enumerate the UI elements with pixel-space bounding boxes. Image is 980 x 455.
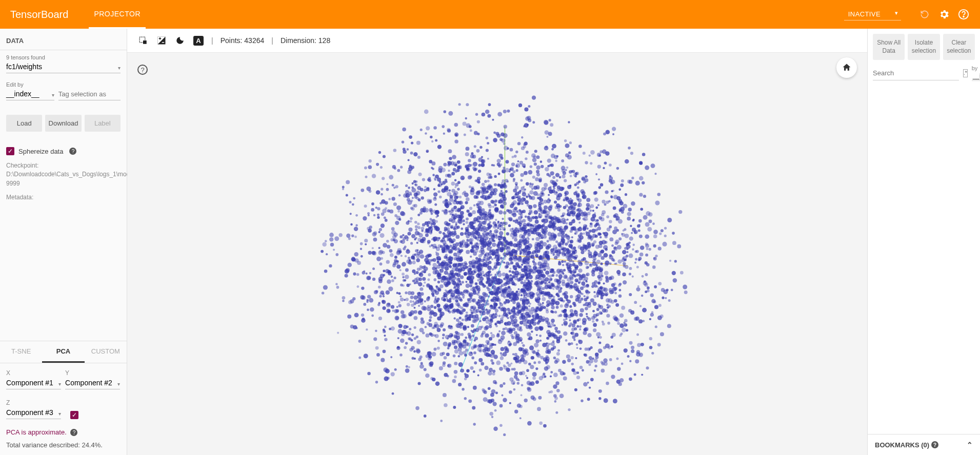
svg-point-3957 bbox=[546, 347, 549, 350]
pca-variance: Total variance described: 24.4%. bbox=[6, 441, 121, 449]
svg-point-3004 bbox=[613, 206, 616, 210]
svg-point-908 bbox=[559, 394, 564, 398]
tab-tsne[interactable]: T-SNE bbox=[0, 341, 42, 363]
svg-point-1176 bbox=[448, 311, 451, 314]
show-all-data-button[interactable]: Show All Data bbox=[873, 34, 905, 60]
sphereize-checkbox[interactable]: ✓ bbox=[6, 147, 14, 155]
svg-point-2927 bbox=[477, 347, 482, 351]
svg-point-104 bbox=[634, 261, 636, 263]
svg-point-823 bbox=[402, 128, 406, 132]
svg-point-3285 bbox=[605, 241, 608, 244]
search-input[interactable] bbox=[873, 66, 959, 80]
clear-selection-button[interactable]: Clear selection bbox=[943, 34, 975, 60]
svg-point-2575 bbox=[585, 161, 588, 164]
svg-point-3221 bbox=[348, 237, 351, 240]
svg-point-1936 bbox=[368, 159, 371, 162]
svg-point-2426 bbox=[384, 376, 388, 381]
svg-point-3015 bbox=[655, 325, 657, 328]
svg-point-2579 bbox=[371, 208, 374, 212]
svg-point-3339 bbox=[671, 289, 673, 292]
svg-point-2812 bbox=[529, 345, 534, 350]
svg-point-3873 bbox=[601, 369, 605, 373]
label-button[interactable]: Label bbox=[85, 115, 121, 132]
edit-by-select[interactable]: __index__ bbox=[6, 88, 54, 100]
svg-point-1788 bbox=[640, 208, 643, 211]
svg-point-782 bbox=[614, 292, 617, 295]
gear-icon[interactable] bbox=[938, 8, 950, 20]
svg-point-82 bbox=[460, 232, 464, 236]
svg-point-3959 bbox=[635, 359, 639, 363]
svg-point-3156 bbox=[525, 274, 528, 277]
z-component-select[interactable]: Component #3 bbox=[6, 406, 61, 419]
svg-point-3630 bbox=[556, 279, 559, 282]
svg-point-3975 bbox=[566, 282, 570, 287]
svg-point-3091 bbox=[564, 139, 567, 142]
svg-point-3559 bbox=[669, 260, 671, 262]
svg-point-2716 bbox=[551, 347, 554, 351]
svg-point-1521 bbox=[598, 178, 600, 180]
svg-point-3106 bbox=[390, 356, 392, 358]
tab-custom[interactable]: CUSTOM bbox=[85, 341, 127, 363]
svg-point-3522 bbox=[470, 306, 474, 309]
x-component-select[interactable]: Component #1 bbox=[6, 377, 61, 389]
download-button[interactable]: Download bbox=[45, 115, 81, 132]
svg-point-2985 bbox=[556, 194, 559, 197]
svg-point-3857 bbox=[527, 388, 531, 392]
svg-point-3748 bbox=[566, 316, 568, 318]
tensor-select[interactable]: fc1/weights bbox=[6, 60, 121, 73]
svg-point-4050 bbox=[508, 217, 512, 221]
sphereize-help-icon[interactable]: ? bbox=[69, 148, 76, 155]
svg-point-2630 bbox=[492, 353, 495, 355]
tab-projector[interactable]: PROJECTOR bbox=[89, 1, 146, 29]
svg-point-3523 bbox=[431, 213, 433, 215]
svg-point-2663 bbox=[419, 267, 422, 270]
svg-point-4085 bbox=[448, 289, 453, 294]
z-enable-checkbox[interactable]: ✓ bbox=[70, 411, 78, 419]
load-button[interactable]: Load bbox=[6, 115, 42, 132]
scatter-plot[interactable] bbox=[173, 59, 836, 450]
svg-point-3334 bbox=[414, 254, 416, 256]
svg-point-1985 bbox=[414, 193, 418, 197]
svg-point-1831 bbox=[381, 223, 385, 228]
svg-point-3359 bbox=[465, 244, 469, 248]
pca-approx-help-icon[interactable]: ? bbox=[70, 429, 77, 436]
svg-point-3664 bbox=[498, 271, 501, 273]
svg-point-4059 bbox=[428, 179, 431, 182]
reset-view-button[interactable] bbox=[836, 57, 857, 78]
svg-point-2959 bbox=[378, 285, 381, 288]
tag-selection-input[interactable] bbox=[58, 88, 121, 100]
inactive-dropdown[interactable]: INACTIVE bbox=[844, 8, 901, 20]
svg-point-2779 bbox=[430, 305, 433, 308]
svg-point-3700 bbox=[547, 244, 551, 248]
svg-point-2156 bbox=[371, 315, 374, 317]
reload-icon[interactable] bbox=[918, 8, 931, 20]
svg-point-4002 bbox=[438, 288, 442, 292]
svg-point-3541 bbox=[596, 266, 601, 271]
search-by-select[interactable]: __in... bbox=[972, 71, 980, 81]
canvas-help-icon[interactable]: ? bbox=[137, 65, 148, 75]
isolate-selection-button[interactable]: Isolate selection bbox=[908, 34, 939, 60]
svg-point-3994 bbox=[368, 251, 372, 254]
select-box-icon[interactable] bbox=[137, 35, 149, 46]
svg-point-3913 bbox=[459, 342, 463, 345]
y-component-select[interactable]: Component #2 bbox=[65, 377, 120, 389]
center-canvas[interactable]: A | Points: 43264 | Dimension: 128 ? bbox=[127, 29, 867, 455]
tab-pca[interactable]: PCA bbox=[42, 341, 84, 363]
svg-point-987 bbox=[617, 367, 621, 370]
svg-point-569 bbox=[547, 240, 549, 242]
svg-point-3382 bbox=[598, 186, 601, 189]
exposure-icon[interactable] bbox=[156, 35, 167, 46]
search-mode-toggle[interactable]: .* bbox=[963, 69, 968, 77]
svg-point-1163 bbox=[529, 190, 533, 194]
text-label-icon[interactable]: A bbox=[193, 35, 204, 46]
svg-point-4029 bbox=[444, 306, 449, 311]
svg-point-3256 bbox=[391, 276, 393, 278]
bookmarks-header[interactable]: BOOKMARKS (0) ? ⌃ bbox=[868, 434, 980, 455]
night-mode-icon[interactable] bbox=[174, 35, 186, 46]
chevron-up-icon: ⌃ bbox=[967, 441, 973, 449]
svg-point-3553 bbox=[437, 307, 441, 311]
svg-point-1108 bbox=[607, 322, 610, 325]
help-icon[interactable] bbox=[957, 8, 970, 20]
bookmarks-help-icon[interactable]: ? bbox=[931, 441, 938, 448]
svg-point-1535 bbox=[363, 216, 367, 220]
